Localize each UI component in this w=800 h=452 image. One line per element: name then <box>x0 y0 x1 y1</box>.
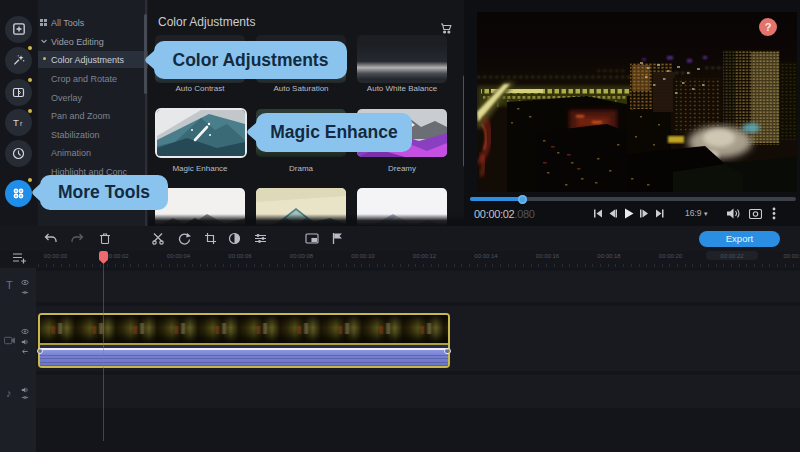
svg-text:T: T <box>13 117 19 128</box>
svg-text:r: r <box>20 120 23 127</box>
